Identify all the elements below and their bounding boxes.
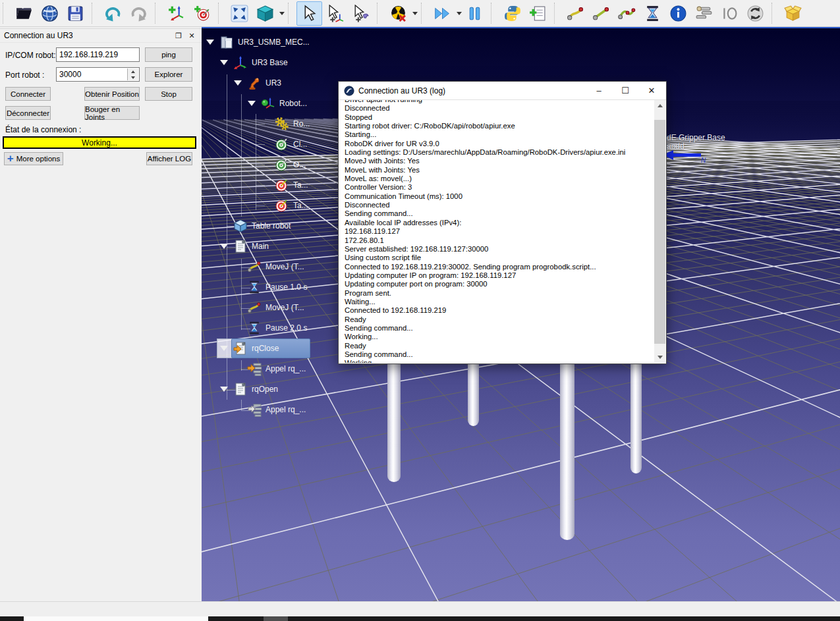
log-text-area[interactable]: Driver apiur not runningDisconnectedStop… [339, 100, 654, 363]
expand-arrow-icon[interactable] [220, 387, 228, 392]
log-dialog-titlebar[interactable]: Connection au UR3 (log) – ☐ ✕ [339, 82, 666, 100]
port-input[interactable]: 30000 [56, 67, 140, 82]
expand-arrow-icon[interactable] [234, 80, 242, 86]
dialog-close-button[interactable]: ✕ [638, 82, 665, 99]
get-position-button[interactable]: Obtenir Position [84, 87, 140, 101]
hourglass-icon [247, 280, 262, 294]
undo-button[interactable] [100, 1, 126, 26]
set-io-instruction-button[interactable] [717, 1, 742, 26]
fit-icon [231, 5, 248, 22]
redo-button[interactable] [126, 1, 152, 26]
stop-robot-button[interactable] [385, 1, 411, 26]
package-button[interactable] [780, 1, 806, 26]
expand-arrow-icon[interactable] [220, 346, 228, 351]
movej-icon [247, 259, 262, 274]
fast-simulation-button[interactable] [430, 1, 455, 26]
add-python-program-button[interactable] [499, 1, 525, 26]
panel-close-icon[interactable]: ✕ [186, 30, 198, 41]
tree-item-rqopen[interactable]: rqOpen [202, 379, 840, 399]
save-station-button[interactable] [63, 1, 88, 26]
stop-button[interactable]: Stop [145, 87, 192, 101]
os-taskbar[interactable] [0, 616, 840, 621]
tree-item-appel-rq-[interactable]: Appel rq_... [202, 400, 840, 419]
io-icon [721, 5, 739, 22]
open-icon [15, 5, 33, 22]
ping-button[interactable]: ping [145, 47, 192, 62]
dialog-maximize-button[interactable]: ☐ [612, 82, 638, 99]
expand-arrow-icon[interactable] [206, 40, 214, 45]
log-line: 192.168.119.127 [345, 227, 654, 236]
log-dialog: Connection au UR3 (log) – ☐ ✕ Driver api… [338, 81, 667, 364]
log-line: Sending command... [345, 350, 654, 359]
scroll-up-icon[interactable] [654, 100, 665, 111]
panel-float-icon[interactable]: ❐ [173, 30, 184, 41]
taskbar-segment[interactable] [264, 616, 288, 621]
scroll-down-icon[interactable] [654, 352, 665, 363]
robot-icon [247, 76, 262, 90]
pause-simulation-button[interactable] [462, 1, 488, 26]
tree-item-label: Ta... [293, 180, 308, 190]
expand-arrow-icon[interactable] [248, 101, 256, 106]
movel-instruction-button[interactable] [588, 1, 614, 26]
move-robot-tool-button[interactable] [348, 1, 374, 26]
log-line: MoveL as: movel(...) [345, 175, 654, 183]
move-joints-button[interactable]: Bouger en Joints [84, 106, 140, 120]
connection-state-label: État de la connexion : [5, 125, 81, 134]
ip-input[interactable]: 192.168.119.219 [56, 47, 140, 62]
toolbar-separator [288, 3, 294, 24]
movec-instruction-button[interactable] [614, 1, 640, 26]
tree-item-label: Table robot [252, 221, 291, 230]
dropdown-caret-icon[interactable] [412, 12, 418, 15]
comment-instruction-button[interactable] [691, 1, 717, 26]
taskbar-segment[interactable] [24, 616, 208, 621]
main-toolbar [0, 0, 840, 27]
update-program-button[interactable] [742, 1, 768, 26]
tree-item-label: Appel rq_... [266, 364, 306, 373]
connect-button[interactable]: Connecter [5, 87, 51, 101]
show-log-button[interactable]: Afficher LOG [146, 152, 192, 165]
log-line: Available local IP addresses (IPv4): [345, 219, 654, 227]
toolbar-separator [491, 3, 497, 24]
toolbar-handle [3, 3, 9, 24]
view-cube-button[interactable] [252, 1, 278, 26]
movej-instruction-button[interactable] [563, 1, 588, 26]
expand-arrow-icon[interactable] [220, 60, 228, 65]
port-spinner[interactable] [127, 68, 138, 80]
fit-view-button[interactable] [227, 1, 252, 26]
viewport-focus-border [202, 27, 840, 28]
log-line: Stopped [345, 113, 654, 122]
tree-item-ur3-usmb-mec-[interactable]: UR3_USMB_MEC... [202, 32, 840, 52]
addframe-icon [167, 5, 185, 22]
tree-item-label: Cl... [293, 140, 307, 149]
expand-arrow-icon[interactable] [220, 244, 228, 249]
more-options-button[interactable]: + More options [4, 152, 63, 165]
log-scrollbar[interactable] [654, 100, 665, 363]
movej-icon [567, 5, 584, 22]
tree-item-ur3-base[interactable]: UR3 Base [202, 53, 840, 72]
move-reference-tool-button[interactable] [322, 1, 348, 26]
pause-instruction-button[interactable] [640, 1, 665, 26]
add-target-button[interactable] [189, 1, 215, 26]
undo-icon [104, 5, 122, 22]
log-line: Ready [345, 315, 654, 324]
scrollbar-thumb[interactable] [654, 120, 665, 344]
open-file-button[interactable] [11, 1, 37, 26]
add-reference-frame-button[interactable] [163, 1, 189, 26]
select-tool-button[interactable] [296, 1, 322, 26]
toolbar-separator [218, 3, 225, 24]
python-icon [503, 5, 521, 22]
dropdown-caret-icon[interactable] [279, 12, 285, 15]
hourglass-icon [644, 5, 661, 22]
add-program-button[interactable] [525, 1, 551, 26]
tree-item-label: Appel rq_... [266, 405, 306, 414]
dropdown-caret-icon[interactable] [457, 12, 462, 15]
toolbar-separator [771, 3, 778, 24]
dialog-minimize-button[interactable]: – [586, 82, 612, 99]
explorer-button[interactable]: Explorer [145, 67, 192, 82]
disconnect-button[interactable]: Déconnecter [5, 106, 51, 120]
tree-item-label: Main [252, 242, 269, 251]
log-line: Waiting... [345, 298, 654, 306]
show-message-instruction-button[interactable] [665, 1, 691, 26]
open-library-button[interactable] [37, 1, 63, 26]
frame-icon [233, 55, 248, 70]
